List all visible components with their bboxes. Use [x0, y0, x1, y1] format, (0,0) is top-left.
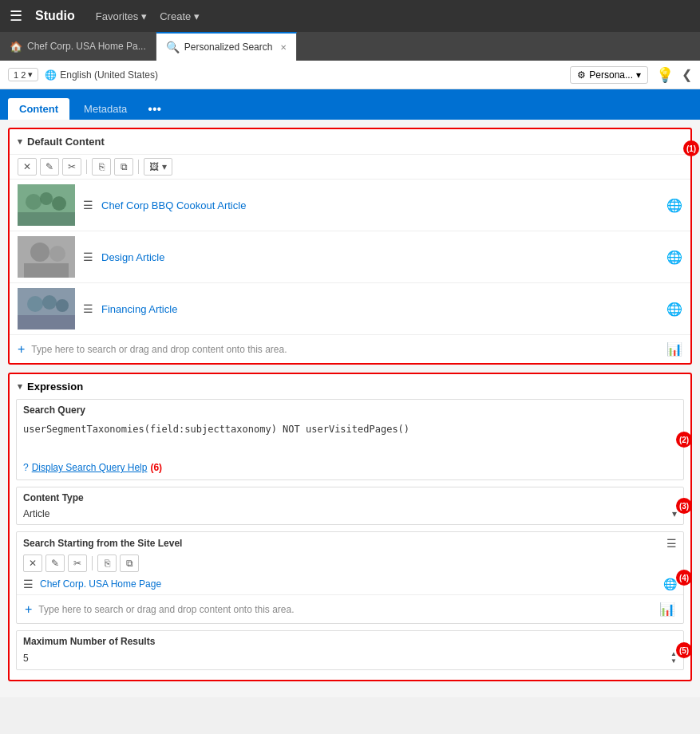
- design-thumbnail: [18, 236, 75, 278]
- section-number-5: (5): [676, 642, 692, 658]
- bbq-type-icon: ☰: [83, 199, 93, 211]
- search-query-value[interactable]: userSegmentTaxonomies(field:subjecttaxon…: [17, 419, 683, 459]
- search-starting-label: Search Starting from the Site Level: [23, 538, 182, 549]
- svg-rect-8: [24, 263, 69, 278]
- paste-button[interactable]: ⧉: [114, 158, 133, 176]
- design-type-icon: ☰: [83, 251, 93, 263]
- add-site-plus-icon[interactable]: +: [25, 602, 32, 617]
- persona-button[interactable]: ⚙ Persona... ▾: [570, 66, 648, 84]
- tab-search-icon: 🔍: [166, 41, 180, 53]
- help-question-icon: ?: [23, 462, 29, 473]
- ss-paste-button[interactable]: ⧉: [120, 554, 139, 572]
- ss-cut-button[interactable]: ✂: [68, 554, 87, 572]
- collapse-chevron[interactable]: ▾: [18, 136, 22, 147]
- content-item-design: ☰ Design Article 🌐: [10, 231, 690, 283]
- design-globe-icon[interactable]: 🌐: [666, 250, 682, 265]
- display-search-query-help-link[interactable]: Display Search Query Help: [32, 462, 148, 473]
- right-side: ⚙ Persona... ▾ 💡 ❮: [570, 66, 692, 84]
- separator2: [138, 160, 139, 174]
- separator: [86, 160, 87, 174]
- favorites-chevron: ▾: [141, 10, 147, 22]
- site-chart-icon[interactable]: 📊: [659, 602, 675, 617]
- default-content-header: ▾ Default Content: [10, 129, 690, 155]
- search-query-help: ? Display Search Query Help (6): [17, 459, 683, 479]
- persona-label: Persona...: [589, 69, 633, 81]
- tab-home-icon: 🏠: [10, 41, 22, 53]
- content-type-select[interactable]: Article ▾: [17, 505, 683, 524]
- default-content-toolbar: ✕ ✎ ✂ ⎘ ⧉ 🖼 ▾: [10, 155, 690, 180]
- back-icon[interactable]: ❮: [682, 67, 692, 82]
- design-thumb-svg: [18, 236, 75, 278]
- chart-icon[interactable]: 📊: [666, 341, 682, 357]
- tab-chef-corp[interactable]: 🏠 Chef Corp. USA Home Pa...: [0, 32, 156, 61]
- top-nav: ☰ Studio Favorites ▾ Create ▾: [0, 0, 700, 32]
- search-starting-header: Search Starting from the Site Level ☰: [17, 532, 683, 553]
- svg-point-6: [30, 243, 49, 262]
- tab-bar: 🏠 Chef Corp. USA Home Pa... 🔍 Personaliz…: [0, 32, 700, 61]
- create-chevron: ▾: [194, 10, 200, 22]
- version-chevron: ▾: [28, 69, 33, 80]
- close-button[interactable]: ✕: [18, 158, 37, 176]
- bbq-globe-icon[interactable]: 🌐: [666, 198, 682, 213]
- default-content-section: ▾ Default Content ✕ ✎ ✂ ⎘ ⧉ 🖼 ▾: [8, 128, 692, 365]
- tab-personalized-search[interactable]: 🔍 Personalized Search ✕: [156, 32, 298, 61]
- ss-copy-button[interactable]: ⎘: [97, 554, 117, 572]
- expression-title: Expression: [27, 381, 83, 393]
- ss-close-button[interactable]: ✕: [23, 554, 42, 572]
- design-item-name[interactable]: Design Article: [101, 251, 658, 263]
- add-site-row: + Type here to search or drag and drop c…: [17, 595, 683, 623]
- financing-globe-icon[interactable]: 🌐: [666, 302, 682, 317]
- create-menu[interactable]: Create ▾: [160, 10, 200, 22]
- version-badge[interactable]: 1 2 ▾: [8, 68, 38, 81]
- brand-name: Studio: [35, 9, 75, 23]
- ss-edit-button[interactable]: ✎: [45, 554, 65, 572]
- search-starting-options-icon[interactable]: ☰: [666, 537, 677, 550]
- tab-content-label: Content: [19, 103, 58, 115]
- more-button[interactable]: 🖼 ▾: [144, 158, 172, 176]
- section-number-1: (1): [683, 140, 699, 156]
- tab-close-icon[interactable]: ✕: [280, 43, 287, 52]
- add-placeholder: Type here to search or drag and drop con…: [31, 344, 287, 355]
- copy-button[interactable]: ⎘: [92, 158, 111, 176]
- hamburger-icon[interactable]: ☰: [10, 7, 22, 25]
- search-query-number: (6): [150, 462, 162, 473]
- plus-icon[interactable]: +: [18, 342, 25, 357]
- site-item-globe-icon[interactable]: 🌐: [663, 578, 677, 590]
- edit-button[interactable]: ✎: [40, 158, 59, 176]
- cut-button[interactable]: ✂: [62, 158, 81, 176]
- section-number-3: (3): [676, 498, 692, 514]
- favorites-menu[interactable]: Favorites ▾: [96, 10, 147, 22]
- spinner-down[interactable]: ▼: [670, 658, 677, 665]
- financing-type-icon: ☰: [83, 302, 93, 315]
- svg-rect-4: [18, 212, 75, 226]
- content-metadata-tabs: Content Metadata •••: [0, 89, 700, 120]
- second-bar: 1 2 ▾ 🌐 English (United States) ⚙ Person…: [0, 61, 700, 89]
- content-type-value: Article: [23, 508, 49, 519]
- site-item-name[interactable]: Chef Corp. USA Home Page: [40, 578, 657, 590]
- max-results-label: Maximum Number of Results: [17, 631, 683, 649]
- version-label: 1: [14, 70, 18, 80]
- expression-chevron[interactable]: ▾: [18, 381, 22, 392]
- tab-metadata[interactable]: Metadata: [73, 98, 138, 120]
- svg-rect-13: [18, 315, 75, 330]
- max-results-subsection: Maximum Number of Results 5 ▲ ▼ (5): [16, 630, 684, 670]
- tab-content[interactable]: Content: [8, 98, 69, 120]
- content-type-chevron: ▾: [672, 508, 677, 519]
- max-results-value[interactable]: 5: [23, 653, 29, 664]
- add-content-row: + Type here to search or drag and drop c…: [10, 335, 690, 363]
- site-item-chef-corp: ☰ Chef Corp. USA Home Page 🌐: [17, 574, 683, 595]
- bbq-item-name[interactable]: Chef Corp BBQ Cookout Article: [101, 199, 658, 211]
- locale-globe-icon: 🌐: [45, 69, 57, 81]
- svg-point-1: [26, 194, 42, 210]
- persona-chevron: ▾: [636, 69, 641, 81]
- lightbulb-icon[interactable]: 💡: [656, 66, 674, 84]
- favorites-label: Favorites: [96, 10, 138, 22]
- default-content-title: Default Content: [27, 136, 105, 148]
- financing-item-name[interactable]: Financing Article: [101, 303, 658, 315]
- more-tabs-button[interactable]: •••: [144, 99, 164, 120]
- content-type-subsection: Content Type Article ▾ (3): [16, 487, 684, 525]
- svg-point-10: [27, 296, 43, 312]
- svg-point-3: [52, 196, 66, 211]
- svg-point-11: [42, 295, 57, 310]
- max-results-input: 5 ▲ ▼: [17, 649, 683, 669]
